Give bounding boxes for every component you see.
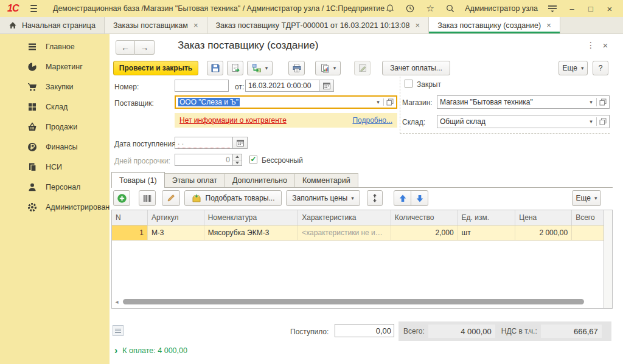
tab-supplier-order-new[interactable]: Заказ поставщику (создание) ×	[429, 17, 560, 33]
sidebar-item-nsi[interactable]: НСИ	[0, 157, 110, 177]
payment-offset-button[interactable]: Зачет оплаты...	[382, 61, 450, 75]
tab-close-icon[interactable]: ×	[193, 21, 198, 30]
dropdown-icon[interactable]: ▾	[586, 118, 596, 125]
minimize-button[interactable]: –	[567, 4, 577, 13]
dropdown-icon[interactable]: ▾	[586, 99, 596, 105]
store-combobox[interactable]: Магазин "Бытовая техника" ▾	[437, 95, 610, 109]
edit-row-button[interactable]	[162, 190, 180, 206]
post-and-close-button[interactable]: Провести и закрыть	[113, 61, 198, 75]
column-header[interactable]: Артикул	[148, 210, 204, 225]
cell-nomenclature[interactable]: Мясорубка ЭКМ-3	[204, 225, 299, 240]
supplier-combobox[interactable]: ООО "Слеза и Ъ" ▾	[175, 95, 397, 109]
cell-quantity[interactable]: 2,000	[391, 225, 458, 240]
table-row[interactable]: 1 М-3 Мясорубка ЭКМ-3 <характеристики не…	[112, 225, 604, 241]
form-close-icon[interactable]: ×	[600, 39, 611, 51]
chevron-right-icon: ›	[114, 346, 117, 355]
open-store-button[interactable]	[597, 98, 609, 106]
date-calendar-button[interactable]	[319, 80, 334, 92]
sidebar-item-sales[interactable]: Продажи	[0, 117, 110, 137]
column-header[interactable]: Количество	[391, 210, 458, 225]
reports-button[interactable]: ▾	[315, 61, 341, 75]
tab-goods[interactable]: Товары (1)	[111, 172, 165, 188]
cell-line-number[interactable]: 1	[112, 225, 148, 240]
edit-button[interactable]	[354, 61, 371, 75]
post-document-button[interactable]	[227, 61, 243, 75]
cell-characteristic[interactable]: <характеристики не и…	[298, 225, 391, 240]
move-row-up-button[interactable]	[394, 190, 411, 206]
sidebar-item-finance[interactable]: Финансы	[0, 137, 110, 157]
nav-back-button[interactable]: ←	[116, 40, 135, 55]
sidebar-item-warehouse[interactable]: Склад	[0, 97, 110, 117]
warehouse-combobox[interactable]: Общий склад ▾	[437, 115, 610, 128]
receipt-date-calendar-button[interactable]	[233, 137, 248, 149]
spinner-down-icon[interactable]	[233, 160, 242, 166]
open-warehouse-button[interactable]	[597, 118, 609, 125]
tab-additional[interactable]: Дополнительно	[225, 173, 295, 188]
nav-forward-button[interactable]: →	[135, 40, 155, 55]
maximize-button[interactable]: □	[586, 4, 596, 13]
sidebar-item-personnel[interactable]: Персонал	[0, 177, 110, 197]
save-button[interactable]	[207, 61, 223, 75]
pick-goods-button[interactable]: Подобрать товары...	[184, 190, 282, 206]
tab-supplier-orders-list[interactable]: Заказы поставщикам ×	[105, 17, 207, 33]
cell-price[interactable]: 2 000,00	[515, 225, 572, 240]
notifications-bell-icon[interactable]	[385, 3, 395, 14]
tab-home[interactable]: Начальная страница	[0, 17, 105, 33]
received-input[interactable]: 0,00	[335, 324, 394, 337]
help-button[interactable]: ?	[593, 61, 608, 75]
current-user[interactable]: Администратор узла	[465, 4, 538, 13]
main-menu-icon[interactable]	[30, 5, 37, 12]
tab-close-icon[interactable]: ×	[546, 21, 551, 30]
overdue-days-input[interactable]: 0	[175, 154, 233, 166]
cell-unit[interactable]: шт	[458, 225, 516, 240]
receipt-date-input[interactable]: . .	[175, 137, 233, 149]
cell-total[interactable]	[572, 225, 604, 240]
details-link[interactable]: Подробно...	[352, 116, 392, 125]
add-row-button[interactable]	[113, 190, 130, 206]
column-header[interactable]: Номенклатура	[204, 210, 299, 225]
print-button[interactable]	[288, 61, 305, 75]
sidebar-item-marketing[interactable]: Маркетинг	[0, 57, 110, 77]
column-header[interactable]: Характеристика	[298, 210, 391, 225]
scroll-left-icon[interactable]: ◂	[113, 298, 120, 305]
fit-rows-button[interactable]	[367, 190, 383, 206]
form-more-button[interactable]: Еще ▾	[559, 61, 588, 75]
horizontal-scrollbar[interactable]: ◂	[113, 298, 602, 305]
open-supplier-button[interactable]	[384, 98, 396, 106]
table-more-button[interactable]: Еще ▾	[572, 190, 601, 206]
document-note-icon[interactable]	[113, 325, 124, 336]
closed-checkbox[interactable]	[405, 80, 412, 88]
sidebar-item-purchases[interactable]: Закупки	[0, 77, 110, 97]
perpetual-checkbox[interactable]: ✓	[249, 156, 257, 163]
dropdown-icon[interactable]: ▾	[373, 99, 383, 105]
column-header[interactable]: Цена	[515, 210, 572, 225]
number-input[interactable]	[175, 80, 229, 92]
move-row-down-button[interactable]	[411, 190, 428, 206]
cell-article[interactable]: М-3	[148, 225, 204, 240]
column-header[interactable]: Ед. изм.	[458, 210, 516, 225]
favorites-star-icon[interactable]: ☆	[425, 3, 436, 14]
barcode-scan-button[interactable]	[139, 190, 156, 206]
form-kebab-menu-icon[interactable]: ⋮	[585, 39, 596, 51]
service-menu-icon[interactable]	[547, 3, 558, 14]
spinner-up-icon[interactable]	[233, 154, 242, 160]
tab-supplier-order-saved[interactable]: Заказ поставщику ТДРТ-000001 от 16.03.20…	[207, 17, 430, 33]
tab-payment-stages[interactable]: Этапы оплат	[165, 173, 225, 188]
sidebar-item-main[interactable]: Главное	[0, 36, 110, 57]
column-header[interactable]: Всего	[572, 210, 604, 225]
tab-comment[interactable]: Комментарий	[295, 173, 358, 188]
fill-prices-button[interactable]: Заполнить цены ▾	[286, 190, 360, 206]
tab-close-icon[interactable]: ×	[416, 21, 420, 30]
scrollbar-thumb[interactable]	[123, 299, 584, 304]
to-pay-expander[interactable]: › К оплате: 4 000,00	[114, 346, 187, 355]
search-icon[interactable]	[445, 3, 456, 14]
overdue-days-spinner[interactable]	[233, 154, 242, 166]
no-counterparty-info-link[interactable]: Нет информации о контрагенте	[179, 116, 287, 125]
sidebar-item-administration[interactable]: Администрирование	[0, 197, 110, 217]
vertical-scrollbar[interactable]	[604, 210, 612, 308]
document-date-input[interactable]: 16.03.2021 0:00:00	[245, 80, 319, 92]
create-based-on-button[interactable]: ▾	[247, 61, 273, 75]
history-icon[interactable]	[405, 3, 416, 14]
column-header[interactable]: N	[112, 210, 148, 225]
close-window-button[interactable]: ×	[605, 4, 614, 14]
